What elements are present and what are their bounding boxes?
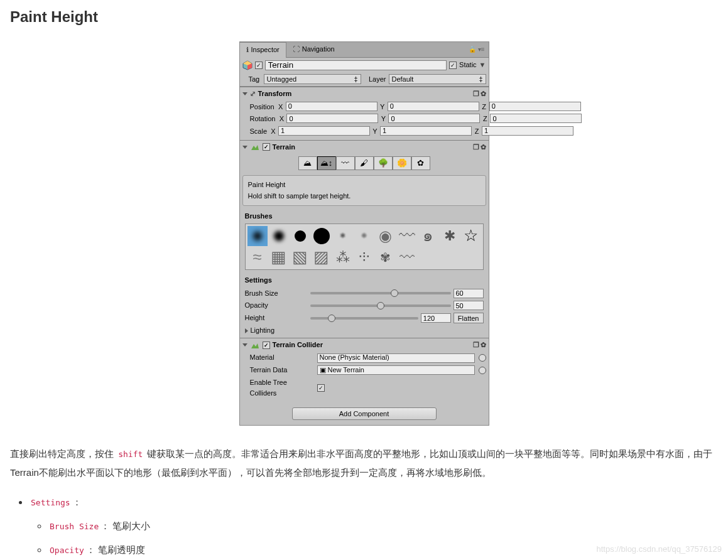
brush-size-value[interactable] [454, 289, 484, 298]
settings-label: Settings [240, 272, 489, 288]
panel-menu-icon[interactable]: 🔒 ▾≡ [469, 45, 489, 55]
svg-marker-4 [251, 343, 259, 348]
terrain-data-field[interactable]: ▣New Terrain [317, 365, 475, 375]
scl-x[interactable] [278, 126, 370, 136]
brush-item[interactable]: ๑ [418, 226, 438, 246]
object-name-field[interactable] [265, 60, 447, 70]
brush-item[interactable]: ☆ [461, 226, 481, 246]
terrain-data-row: Terrain Data ▣New Terrain [240, 364, 489, 377]
pos-z[interactable] [489, 102, 581, 111]
rot-z[interactable] [490, 114, 582, 123]
brush-item[interactable]: ✱ [440, 226, 460, 246]
scl-z[interactable] [482, 126, 573, 136]
terrain-icon [250, 142, 260, 152]
brush-item[interactable] [269, 226, 289, 246]
static-dropdown-icon[interactable]: ▼ [479, 60, 486, 71]
help-icon[interactable]: ❐ [473, 340, 479, 351]
brush-item[interactable] [312, 226, 332, 246]
scl-y[interactable] [380, 126, 472, 136]
opacity-slider[interactable] [310, 304, 451, 307]
tag-dropdown[interactable]: Untagged‡ [264, 74, 361, 84]
brush-item[interactable] [247, 226, 268, 246]
brush-item[interactable]: ≈ [247, 247, 268, 267]
lighting-row[interactable]: Lighting [240, 324, 489, 338]
tab-navigation[interactable]: ⛶ Navigation [286, 42, 341, 57]
scale-row: Scale X Y Z [240, 126, 489, 140]
watermark: https://blog.csdn.net/qq_37576129 [597, 543, 722, 556]
terrain-collider-section: ✓ Terrain Collider ❐✿ Material None (Phy… [240, 338, 489, 402]
rotation-row: Rotation X Y Z [240, 113, 489, 126]
collider-enabled-checkbox[interactable]: ✓ [263, 342, 270, 349]
code-shift: shift [116, 449, 144, 460]
tab-bar: ℹ Inspector ⛶ Navigation 🔒 ▾≡ [240, 42, 489, 58]
paint-texture-button[interactable]: 🖌 [355, 156, 374, 170]
gear-icon[interactable]: ✿ [481, 89, 486, 100]
opacity-value[interactable] [454, 301, 484, 310]
transform-icon: ⤢ [250, 89, 256, 100]
collapse-icon [242, 92, 247, 95]
brush-item[interactable] [290, 226, 310, 246]
tab-inspector[interactable]: ℹ Inspector [240, 42, 286, 58]
enable-tree-checkbox[interactable]: ✓ [317, 384, 325, 392]
enable-tree-row: Enable Tree Colliders ✓ [240, 377, 489, 400]
tab-label: Inspector [251, 45, 280, 56]
page-title: Paint Height [10, 5, 718, 29]
brush-item[interactable]: ✱ [333, 226, 353, 246]
rot-y[interactable] [388, 114, 480, 123]
brush-item[interactable]: 〰 [397, 247, 417, 267]
tag-layer-row: Tag Untagged‡ Layer Default‡ [240, 73, 489, 87]
object-picker-icon[interactable] [479, 354, 486, 362]
pos-y[interactable] [388, 102, 479, 111]
brush-item[interactable]: ▦ [269, 247, 289, 267]
add-component-button[interactable]: Add Component [292, 407, 437, 420]
flatten-button[interactable]: Flatten [454, 313, 484, 323]
brush-item[interactable]: ❋ [354, 226, 374, 246]
hint-box: Paint Height Hold shift to sample target… [242, 175, 486, 206]
info-icon: ℹ [246, 45, 249, 56]
hint-title: Paint Height [248, 180, 481, 191]
static-checkbox[interactable]: ✓ [449, 62, 457, 69]
smooth-button[interactable]: 〰 [336, 156, 355, 170]
brush-item[interactable]: ⁂ [333, 247, 353, 267]
rot-x[interactable] [286, 114, 378, 123]
brush-size-slider[interactable] [310, 292, 451, 294]
settings-button[interactable]: ✿ [411, 156, 430, 170]
height-slider[interactable] [310, 317, 418, 320]
details-button[interactable]: 🌼 [393, 156, 411, 170]
brush-item[interactable]: ⸭ [354, 247, 374, 267]
collider-icon [250, 340, 260, 350]
cube-icon [242, 60, 253, 70]
static-label: Static [459, 60, 477, 71]
terrain-section: ✓ Terrain ❐✿ ⛰ ⛰↕ 〰 🖌 🌳 🌼 ✿ Paint Height… [240, 140, 489, 338]
active-checkbox[interactable]: ✓ [255, 62, 263, 69]
brushes-label: Brushes [240, 208, 489, 223]
terrain-enabled-checkbox[interactable]: ✓ [263, 143, 270, 151]
terrain-collider-header[interactable]: ✓ Terrain Collider ❐✿ [240, 338, 489, 352]
transform-header[interactable]: ⤢ Transform ❐✿ [240, 87, 489, 101]
object-header: ✓ ✓ Static ▼ [240, 58, 489, 73]
brush-item[interactable]: 〰 [397, 226, 417, 246]
raise-lower-button[interactable]: ⛰ [298, 156, 317, 170]
gear-icon[interactable]: ✿ [481, 340, 486, 351]
code-settings: Settings [29, 497, 72, 508]
transform-section: ⤢ Transform ❐✿ Position X Y Z Rotation X… [240, 87, 489, 139]
svg-marker-3 [251, 145, 259, 150]
collapse-icon [242, 146, 247, 149]
brushes-grid: ✱ ❋ ◉ 〰 ๑ ✱ ☆ ≈ ▦ ▧ ▨ ⁂ ⸭ ✾ 〰 [245, 223, 484, 270]
brush-item[interactable]: ▧ [290, 247, 310, 267]
material-field[interactable]: None (Physic Material) [317, 353, 475, 363]
tag-label: Tag [242, 74, 261, 85]
help-icon[interactable]: ❐ [473, 142, 479, 153]
trees-button[interactable]: 🌳 [374, 156, 393, 170]
pos-x[interactable] [286, 102, 378, 111]
gear-icon[interactable]: ✿ [481, 142, 486, 153]
height-value[interactable] [421, 313, 451, 323]
brush-item[interactable]: ✾ [376, 247, 396, 267]
object-picker-icon[interactable] [479, 367, 486, 374]
brush-item[interactable]: ◉ [376, 226, 396, 246]
help-icon[interactable]: ❐ [473, 89, 479, 100]
terrain-header[interactable]: ✓ Terrain ❐✿ [240, 141, 489, 154]
brush-item[interactable]: ▨ [312, 247, 332, 267]
paint-height-button[interactable]: ⛰↕ [317, 156, 336, 170]
layer-dropdown[interactable]: Default‡ [389, 74, 486, 84]
